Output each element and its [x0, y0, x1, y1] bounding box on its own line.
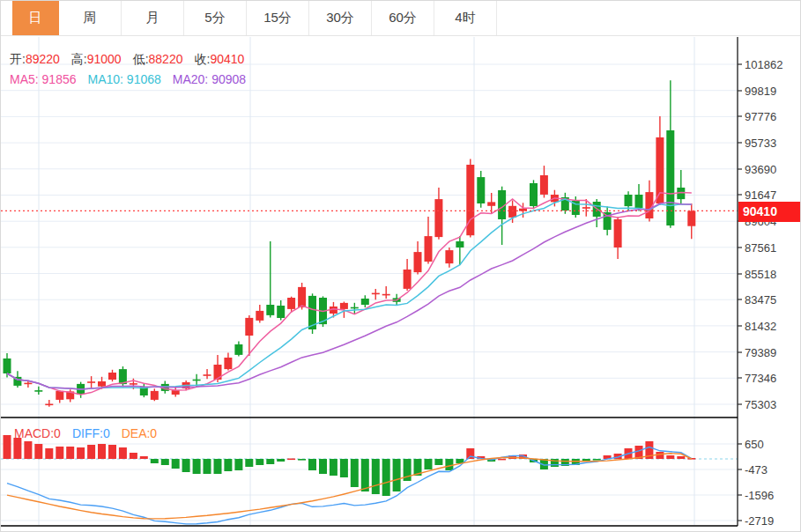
- axis-tick-label: 93690: [745, 163, 776, 176]
- ohlc-label: 低:: [133, 52, 149, 66]
- ohlc-value: 90410: [210, 52, 244, 66]
- axis-tick-label: -1596: [745, 489, 774, 502]
- ma10-line: [7, 199, 692, 389]
- axis-tick-label: 81432: [745, 320, 776, 333]
- axis-tick-label: 101862: [745, 58, 782, 71]
- timeframe-tabbar: 日周月5分15分30分60分4时: [1, 1, 800, 36]
- tab-月[interactable]: 月: [122, 1, 184, 35]
- ma-item: MA5: 91856: [10, 72, 77, 86]
- axis-tick-label: 75303: [745, 398, 776, 411]
- axis-tick-label: 83475: [745, 293, 776, 307]
- axis-tick-label: 650: [745, 438, 764, 451]
- ohlc-legend: 开:89220高:91000低:88220收:90410: [10, 52, 244, 66]
- axis-tick-label: 95733: [745, 137, 776, 150]
- candles: [4, 80, 696, 406]
- axis-tick-label: 99819: [745, 85, 776, 98]
- tab-30分[interactable]: 30分: [309, 1, 372, 35]
- axis-tick-label: 91647: [745, 188, 776, 202]
- kline-trading-widget: 日周月5分15分30分60分4时 10186299819977769573393…: [0, 0, 801, 532]
- ohlc-label: 开:: [10, 52, 26, 66]
- dea-line: [7, 454, 692, 519]
- tab-日[interactable]: 日: [12, 1, 59, 35]
- tab-5分[interactable]: 5分: [184, 1, 247, 35]
- macd-legend: MACD:0DIFF:0DEA:0: [14, 426, 157, 440]
- tab-4时[interactable]: 4时: [434, 1, 497, 35]
- axis-tick-label: 97776: [745, 110, 776, 123]
- macd-item: DEA:0: [122, 426, 157, 440]
- ma-legend: MA5: 91856MA10: 91068MA20: 90908: [10, 72, 246, 86]
- axis-tick-label: 79389: [745, 346, 776, 359]
- ohlc-label: 高:: [71, 52, 87, 66]
- ma20-line: [7, 203, 692, 389]
- axis-tick-label: 77346: [745, 372, 776, 385]
- macd-item: MACD:0: [14, 426, 61, 440]
- ohlc-value: 88220: [149, 52, 183, 66]
- ohlc-value: 91000: [87, 52, 122, 66]
- ohlc-item: 高:91000: [71, 52, 122, 66]
- tab-周[interactable]: 周: [59, 1, 122, 35]
- tab-15分[interactable]: 15分: [247, 1, 309, 35]
- tab-60分[interactable]: 60分: [372, 1, 434, 35]
- ohlc-item: 收:90410: [194, 52, 244, 66]
- ohlc-item: 开:89220: [10, 52, 60, 66]
- axis-tick-label: -473: [745, 463, 768, 477]
- macd-item: DIFF:0: [72, 426, 110, 440]
- ohlc-label: 收:: [194, 52, 210, 66]
- ma-item: MA10: 91068: [88, 72, 161, 86]
- axis-tick-label: -2719: [745, 514, 774, 528]
- ohlc-item: 低:88220: [133, 52, 183, 66]
- axis-tick-label: 87561: [745, 241, 776, 255]
- ohlc-value: 89220: [26, 52, 60, 66]
- ma-item: MA20: 90908: [173, 72, 246, 86]
- current-price-tag: 90410: [738, 202, 801, 222]
- axis-tick-label: 85518: [745, 268, 776, 281]
